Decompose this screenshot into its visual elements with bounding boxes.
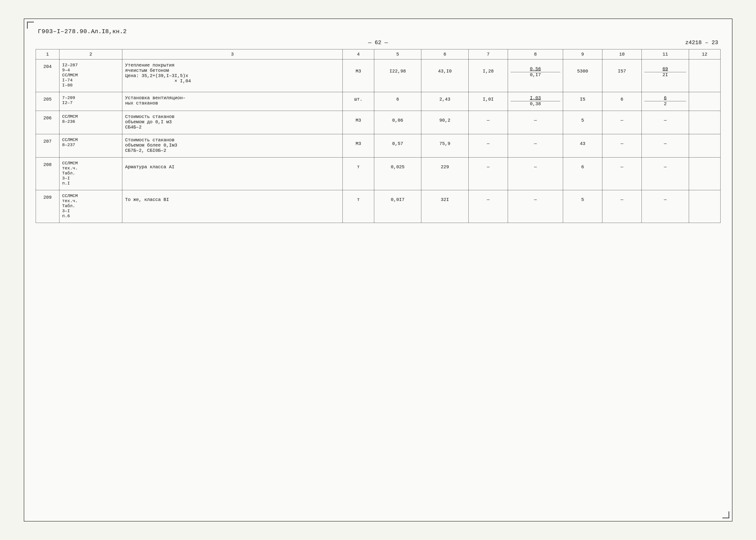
row-204-col12 <box>689 60 720 92</box>
row-207-col12 <box>689 134 720 158</box>
row-208-num: 208 <box>36 158 59 190</box>
row-204-col5: I22,98 <box>374 60 421 92</box>
row-205-col4: шт. <box>343 92 374 111</box>
row-205-col10: 6 <box>602 92 642 111</box>
row-206-col12 <box>689 111 720 134</box>
table-row-208: 208 ССЛМСМ тех.ч. Табл. 3–I п.I Арматура… <box>36 158 720 190</box>
col-header-6: 6 <box>421 50 469 60</box>
row-207-col11: — <box>642 134 689 158</box>
row-207-col7: — <box>468 134 508 158</box>
table-row-205: 205 7–209 I2–7 Установка вентиляцион– ны… <box>36 92 720 111</box>
row-207-col8: — <box>508 134 563 158</box>
row-208-col12 <box>689 158 720 190</box>
row-209-col11: — <box>642 190 689 223</box>
col-header-9: 9 <box>563 50 602 60</box>
row-205-col8: I,03 0,38 <box>508 92 563 111</box>
row-204-col10: I57 <box>602 60 642 92</box>
row-209-col10: — <box>602 190 642 223</box>
table-row-209: 209 ССЛМСМ тех.ч. Табл. 3–I п.6 То же, к… <box>36 190 720 223</box>
row-206-col7: — <box>468 111 508 134</box>
row-209-num: 209 <box>36 190 59 223</box>
row-205-col2: 7–209 I2–7 <box>59 92 122 111</box>
row-204-col6: 43,I0 <box>421 60 469 92</box>
row-205-col6: 2,43 <box>421 92 469 111</box>
row-206-col4: М3 <box>343 111 374 134</box>
corner-mark-tl <box>27 22 34 29</box>
row-209-col9: 5 <box>563 190 602 223</box>
document-page: Г903–I–278.90. Ал.I8,кн.2 — 62 — z4218 –… <box>24 19 732 521</box>
col-header-10: 10 <box>602 50 642 60</box>
row-206-col3: Стоимость стаканов объемом до 0,I м3 СБ4… <box>122 111 343 134</box>
row-204-col3: Утепление покрытия ячеистым бетоном Цена… <box>122 60 343 92</box>
page-number: — 62 — <box>208 40 548 46</box>
row-204-col8: 0,56 0,I7 <box>508 60 563 92</box>
row-208-col3: Арматура класса АI <box>122 158 343 190</box>
header: Г903–I–278.90. Ал.I8,кн.2 <box>36 28 720 35</box>
row-205-num: 205 <box>36 92 59 111</box>
row-204-col2: I2–287 9–4 ССЛМСМ I–74 I–80 <box>59 60 122 92</box>
row-207-num: 207 <box>36 134 59 158</box>
row-208-col2: ССЛМСМ тех.ч. Табл. 3–I п.I <box>59 158 122 190</box>
row-205-col5: 6 <box>374 92 421 111</box>
row-208-col8: — <box>508 158 563 190</box>
row-205-col12 <box>689 92 720 111</box>
row-206-num: 206 <box>36 111 59 134</box>
row-207-col9: 43 <box>563 134 602 158</box>
row-208-col7: — <box>468 158 508 190</box>
row-204-col4: М3 <box>343 60 374 92</box>
row-208-col10: — <box>602 158 642 190</box>
col-header-8: 8 <box>508 50 563 60</box>
row-208-col11: — <box>642 158 689 190</box>
row-206-col10: — <box>602 111 642 134</box>
col-header-11: 11 <box>642 50 689 60</box>
row-207-col5: 0,57 <box>374 134 421 158</box>
row-206-col5: 0,06 <box>374 111 421 134</box>
row-205-col7: I,0I <box>468 92 508 111</box>
row-209-col12 <box>689 190 720 223</box>
row-207-col10: — <box>602 134 642 158</box>
col-header-1: 1 <box>36 50 59 60</box>
page-number-row: — 62 — z4218 – 23 <box>36 40 720 46</box>
col-header-12: 12 <box>689 50 720 60</box>
row-205-col11: 6 2 <box>642 92 689 111</box>
row-209-col3: То же, класса ВI <box>122 190 343 223</box>
row-206-col11: — <box>642 111 689 134</box>
row-206-col6: 90,2 <box>421 111 469 134</box>
row-207-col4: М3 <box>343 134 374 158</box>
table-row-204: 204 I2–287 9–4 ССЛМСМ I–74 I–80 Утеплени… <box>36 60 720 92</box>
row-209-col2: ССЛМСМ тех.ч. Табл. 3–I п.6 <box>59 190 122 223</box>
row-208-col4: т <box>343 158 374 190</box>
table-row-207: 207 ССЛМСМ 8–237 Стоимость стаканов объе… <box>36 134 720 158</box>
row-205-col9: I5 <box>563 92 602 111</box>
row-209-col7: — <box>468 190 508 223</box>
row-208-col6: 229 <box>421 158 469 190</box>
corner-mark-br <box>722 511 729 518</box>
column-header-row: 1 2 3 4 5 6 7 8 9 10 11 12 <box>36 50 720 60</box>
col-header-2: 2 <box>59 50 122 60</box>
row-204-num: 204 <box>36 60 59 92</box>
row-206-col9: 5 <box>563 111 602 134</box>
row-209-col4: т <box>343 190 374 223</box>
col-header-3: 3 <box>122 50 343 60</box>
col-header-7: 7 <box>468 50 508 60</box>
header-center: Ал.I8,кн.2 <box>91 28 127 35</box>
row-204-col11: 69 2I <box>642 60 689 92</box>
row-209-col6: 32I <box>421 190 469 223</box>
row-209-col5: 0,0I7 <box>374 190 421 223</box>
row-207-col2: ССЛМСМ 8–237 <box>59 134 122 158</box>
row-208-col5: 0,025 <box>374 158 421 190</box>
row-206-col2: ССЛМСМ 8–236 <box>59 111 122 134</box>
header-left: Г903–I–278.90. <box>38 28 91 35</box>
row-208-col9: 6 <box>563 158 602 190</box>
row-207-col3: Стоимость стаканов объемом более 0,Iм3 С… <box>122 134 343 158</box>
row-206-col8: — <box>508 111 563 134</box>
table-row-206: 206 ССЛМСМ 8–236 Стоимость стаканов объе… <box>36 111 720 134</box>
col-header-5: 5 <box>374 50 421 60</box>
doc-number: z4218 – 23 <box>548 40 718 46</box>
row-204-col7: I,28 <box>468 60 508 92</box>
main-table: 1 2 3 4 5 6 7 8 9 10 11 12 204 I2–287 9–… <box>36 49 720 223</box>
row-205-col3: Установка вентиляцион– ных стаканов <box>122 92 343 111</box>
row-204-col9: 5300 <box>563 60 602 92</box>
col-header-4: 4 <box>343 50 374 60</box>
row-209-col8: — <box>508 190 563 223</box>
